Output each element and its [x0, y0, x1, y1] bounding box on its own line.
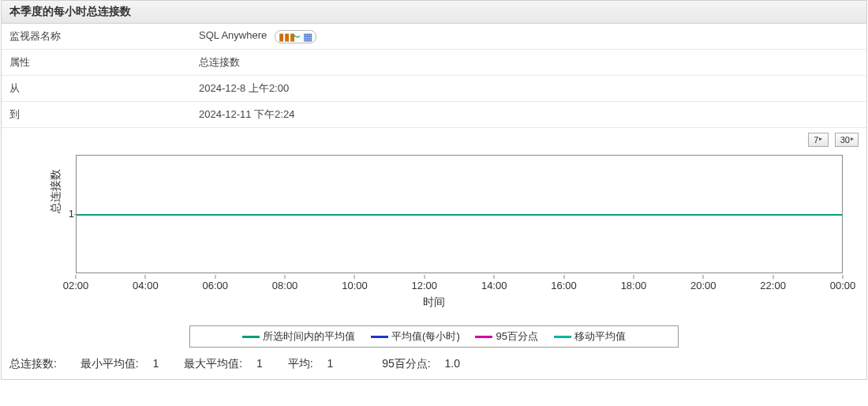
x-tick-label: 20:00: [690, 280, 716, 291]
info-value: 2024-12-8 上午2:00: [191, 76, 866, 102]
summary-stats: 总连接数: 最小平均值: 1 最大平均值: 1 平均: 1 95百分点: 1.0: [2, 351, 866, 379]
x-tick-mark: [843, 275, 844, 279]
info-label: 属性: [2, 50, 191, 76]
panel-title: 本季度的每小时总连接数: [2, 1, 866, 24]
x-axis-label: 时间: [9, 295, 859, 310]
x-tick-mark: [76, 275, 77, 279]
stats-metric-label: 总连接数:: [9, 357, 57, 370]
stat-item: 最小平均值: 1: [80, 357, 173, 370]
mini-chart-icons[interactable]: ▮▮▮ 〜 ▦: [275, 30, 316, 43]
y-axis-label: 总连接数: [49, 169, 63, 213]
legend-swatch: [554, 336, 571, 338]
x-tick-label: 18:00: [621, 280, 647, 291]
legend-item: 95百分点: [475, 329, 537, 344]
legend-swatch: [475, 336, 492, 338]
info-row-monitor: 监视器名称 SQL Anywhere ▮▮▮ 〜 ▦: [2, 24, 866, 50]
x-tick-label: 10:00: [342, 280, 368, 291]
chart-legend: 所选时间内的平均值 平均值(每小时) 95百分点 移动平均值: [189, 325, 679, 348]
line-chart-icon[interactable]: 〜: [290, 32, 300, 42]
info-row-attribute: 属性 总连接数: [2, 50, 866, 76]
x-tick-mark: [354, 275, 355, 279]
info-label: 监视器名称: [2, 24, 191, 50]
x-tick-mark: [215, 275, 215, 279]
legend-label: 所选时间内的平均值: [263, 330, 355, 342]
y-tick-label: 1: [65, 208, 74, 220]
legend-item: 平均值(每小时): [371, 329, 460, 344]
info-value-cell: SQL Anywhere ▮▮▮ 〜 ▦: [191, 24, 866, 50]
legend-label: 平均值(每小时): [391, 330, 460, 342]
stat-label: 平均:: [288, 357, 313, 370]
x-tick-mark: [703, 275, 704, 279]
legend-label: 95百分点: [496, 330, 537, 342]
stat-value: 1: [256, 357, 263, 370]
x-tick-label: 22:00: [760, 280, 786, 291]
x-axis-ticks: 02:0004:0006:0008:0010:0012:0014:0016:00…: [76, 275, 843, 291]
x-tick-mark: [494, 275, 495, 279]
report-panel: 本季度的每小时总连接数 监视器名称 SQL Anywhere ▮▮▮ 〜 ▦ 属…: [1, 0, 867, 380]
x-tick-label: 08:00: [272, 280, 298, 291]
stat-value: 1: [327, 357, 334, 370]
x-tick-label: 16:00: [551, 280, 577, 291]
legend-swatch: [242, 336, 260, 338]
info-value: 2024-12-11 下午2:24: [191, 102, 866, 128]
info-value: 总连接数: [191, 50, 866, 76]
stat-label: 最大平均值:: [184, 357, 242, 370]
x-tick-label: 12:00: [412, 280, 438, 291]
plot-frame[interactable]: [76, 155, 843, 273]
time-range-buttons: 7▸ 30▸: [2, 128, 866, 148]
arrow-icon: ▸: [851, 135, 854, 142]
x-tick-label: 14:00: [481, 280, 507, 291]
stat-item: 平均: 1: [288, 357, 347, 370]
time-range-label: 7: [814, 135, 818, 145]
x-tick-label: 06:00: [202, 280, 228, 291]
time-range-7-button[interactable]: 7▸: [808, 133, 829, 147]
info-table: 监视器名称 SQL Anywhere ▮▮▮ 〜 ▦ 属性 总连接数 从 202…: [2, 24, 866, 128]
stat-value: 1.0: [445, 357, 460, 370]
legend-swatch: [371, 336, 388, 338]
legend-item: 移动平均值: [554, 329, 626, 344]
arrow-icon: ▸: [819, 135, 822, 142]
x-tick-mark: [285, 275, 286, 279]
x-tick-mark: [633, 275, 634, 279]
stat-label: 最小平均值:: [80, 357, 139, 370]
legend-label: 移动平均值: [574, 330, 626, 342]
x-tick-mark: [563, 275, 564, 279]
legend-item: 所选时间内的平均值: [242, 329, 355, 344]
x-tick-label: 04:00: [133, 280, 159, 291]
stat-label: 95百分点:: [382, 357, 430, 370]
monitor-name: SQL Anywhere: [199, 29, 267, 41]
x-tick-mark: [773, 275, 773, 279]
bar-chart-icon[interactable]: ▮▮▮: [279, 32, 288, 42]
x-tick-mark: [424, 275, 425, 279]
x-tick-label: 02:00: [63, 280, 89, 291]
stat-value: 1: [153, 357, 159, 370]
info-row-to: 到 2024-12-11 下午2:24: [2, 102, 866, 128]
info-row-from: 从 2024-12-8 上午2:00: [2, 76, 866, 102]
info-label: 从: [2, 76, 191, 102]
chart-area: 总连接数 1 02:0004:0006:0008:0010:0012:0014:…: [9, 152, 859, 325]
info-label: 到: [2, 102, 191, 128]
stat-item: 95百分点: 1.0: [382, 357, 471, 370]
x-tick-mark: [145, 275, 146, 279]
series-selected-avg: [77, 214, 842, 216]
x-tick-label: 00:00: [830, 280, 856, 291]
table-icon[interactable]: ▦: [303, 32, 312, 42]
stat-item: 最大平均值: 1: [184, 357, 276, 370]
time-range-label: 30: [840, 135, 850, 145]
time-range-30-button[interactable]: 30▸: [835, 133, 859, 147]
